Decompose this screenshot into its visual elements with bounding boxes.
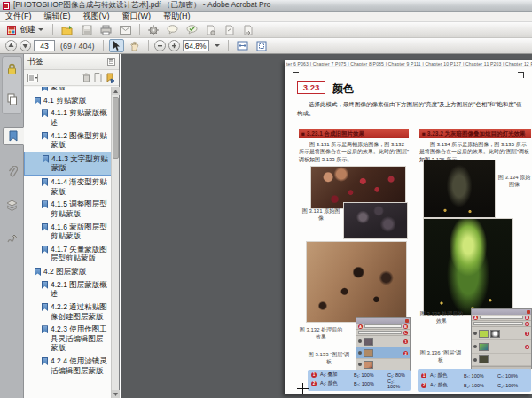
bookmark-icon — [42, 109, 48, 117]
document-lock-icon — [206, 25, 216, 35]
toolbar-separator — [103, 40, 104, 51]
layer-thumbnail — [364, 361, 373, 369]
layer-row-2-selected: 2 — [356, 347, 410, 359]
bookmark-label: 4.1.1 剪贴蒙版概述 — [51, 108, 110, 127]
new-bookmark-button[interactable] — [94, 73, 102, 82]
blend-field — [480, 316, 523, 319]
approve-button[interactable] — [184, 23, 200, 36]
menu-view[interactable]: 视图(V) — [83, 11, 110, 22]
bookmark-item[interactable]: 4.2.4 使用滤镜灵活编辑图层蒙版 — [24, 355, 112, 377]
menu-file[interactable]: 文件(F) — [5, 11, 32, 22]
zoom-level-input[interactable] — [183, 40, 209, 51]
bookmark-icon — [42, 303, 48, 311]
section-number: 3.23 — [297, 81, 325, 94]
scrollbar-thumb[interactable] — [113, 97, 119, 159]
figure-3132-image — [306, 241, 407, 323]
security-panel-button[interactable] — [3, 59, 21, 78]
bookmark-item[interactable]: 4.1.5 调整图层型剪贴蒙版 — [24, 198, 112, 220]
plus-icon — [171, 43, 177, 49]
scroll-down-arrow[interactable] — [112, 390, 120, 398]
next-page-button[interactable] — [20, 40, 31, 51]
crop-mark — [518, 72, 524, 78]
scroll-up-arrow[interactable] — [112, 87, 120, 95]
bookmark-label: 4.1 剪贴蒙版 — [43, 96, 86, 105]
caption-3132: 图 3.132 处理后的效果 — [299, 326, 343, 341]
bookmark-item[interactable]: 4.1.6 蒙版图层型剪贴蒙版 — [24, 221, 112, 243]
bookmark-label: 4.1.3 文字型剪贴蒙版 — [51, 154, 109, 173]
create-button[interactable]: 创建 — [4, 23, 47, 36]
select-tool-button[interactable] — [109, 39, 124, 52]
bookmark-item[interactable]: 4.1.4 渐变型剪贴蒙版 — [24, 176, 112, 198]
menu-edit[interactable]: 编辑(E) — [44, 11, 71, 22]
zoom-in-button[interactable] — [168, 40, 180, 51]
attachments-panel-button[interactable] — [3, 162, 21, 181]
secure-doc-button[interactable] — [203, 23, 219, 36]
info-box-right: 1 A₁: 颜色 B₁: 100% C₁: 100% 2 A₂: 颜色 B₂: … — [418, 369, 531, 392]
page-thumbnails-button[interactable] — [3, 90, 21, 108]
fit-width-icon — [237, 41, 248, 51]
bookmark-item[interactable]: 4.2.1 图层蒙版概述 — [24, 278, 112, 300]
page-number-input[interactable] — [34, 40, 55, 51]
bookmark-item[interactable]: 4.2.2 通过粘贴图像创建图层蒙版 — [24, 300, 112, 323]
delete-bookmark-button[interactable] — [82, 73, 90, 82]
check-bubble-icon — [186, 25, 198, 35]
bookmark-icon — [42, 87, 48, 91]
settings-button[interactable] — [145, 23, 161, 36]
select-cursor-icon — [112, 41, 121, 51]
previous-page-button[interactable] — [5, 40, 17, 51]
bookmark-item[interactable]: 4.2 图层蒙版 — [24, 265, 112, 278]
bookmark-label: 4.2.1 图层蒙版概述 — [51, 280, 110, 299]
figure-3135-image — [423, 218, 513, 316]
comment-button[interactable] — [164, 23, 181, 36]
layers-panel-button[interactable] — [3, 196, 21, 215]
bookmark-options-button[interactable] — [27, 74, 38, 82]
hand-tool-button[interactable] — [127, 39, 143, 52]
eye-icon — [358, 363, 362, 366]
layer-mask-thumbnail — [490, 330, 500, 338]
layer-row-2: 2 — [472, 340, 531, 354]
zoom-out-button[interactable] — [154, 40, 166, 51]
trash-icon — [82, 73, 90, 82]
bookmark-item[interactable]: 4.2.3 使用作图工具灵活编辑图层蒙版 — [24, 323, 112, 355]
bookmark-icon — [42, 223, 48, 231]
bookmark-item[interactable]: 4.1 剪贴蒙版 — [24, 94, 112, 107]
bookmark-item[interactable]: 4.1.2 图像型剪贴蒙版 — [24, 129, 112, 152]
callout-2: 2 — [525, 345, 529, 349]
new-page-icon — [94, 73, 102, 82]
document-canvas[interactable]: ter 6 P063 | Chapter 7 P075 | Chapter 8 … — [121, 54, 532, 398]
callout-1: 1 — [403, 339, 408, 344]
open-folder-icon — [61, 25, 74, 35]
bookmark-item[interactable]: 4.1.7 矢量蒙版图层型剪贴蒙版 — [24, 243, 112, 265]
info-row: 1 A₁: 颜色 B₁: 100% C₁: 100% — [421, 372, 528, 378]
open-file-button[interactable] — [59, 23, 76, 36]
fit-width-button[interactable] — [234, 39, 251, 52]
save-button[interactable] — [79, 23, 95, 36]
registration-mark — [297, 383, 309, 394]
bookmark-item-selected[interactable]: 4.1.3 文字型剪贴蒙版 — [24, 152, 112, 176]
menu-window[interactable]: 窗口(W) — [122, 11, 152, 22]
info-row: 1 A₁: 叠加 B₁: 100% C₁: 80% — [311, 371, 407, 378]
email-button[interactable] — [117, 23, 134, 36]
sign-doc-button[interactable] — [222, 23, 238, 36]
info-row: 2 A₂: 颜色 B₂: 100% C₂: 100% — [311, 378, 407, 389]
bookmark-label: 4.2 图层蒙版 — [43, 267, 86, 277]
signatures-panel-button[interactable] — [3, 230, 21, 248]
bookmarks-scrollbar[interactable] — [111, 87, 119, 398]
fill-value: B₂: 100% — [354, 381, 384, 386]
layer-row-3 — [472, 354, 531, 366]
export-doc-button[interactable] — [240, 23, 256, 36]
bookmark-actions-button[interactable] — [106, 73, 115, 83]
bookmark-label: 4.2.2 通过粘贴图像创建图层蒙版 — [51, 302, 110, 321]
panel-options-box[interactable] — [107, 58, 115, 66]
menu-help[interactable]: 帮助(H) — [163, 11, 191, 22]
bookmark-item[interactable]: 蒙版 — [24, 87, 112, 94]
zoom-dropdown-button[interactable] — [212, 39, 223, 52]
pages-icon — [6, 93, 18, 105]
comment-bubble-icon — [167, 25, 178, 35]
print-button[interactable] — [98, 23, 114, 36]
bookmark-item[interactable]: 4.1.1 剪贴蒙版概述 — [24, 106, 112, 129]
callout-c: C — [403, 331, 408, 335]
fit-page-button[interactable] — [254, 39, 270, 52]
bookmarks-panel-button[interactable] — [3, 127, 24, 145]
page-total-label: (69 / 404) — [60, 42, 95, 51]
